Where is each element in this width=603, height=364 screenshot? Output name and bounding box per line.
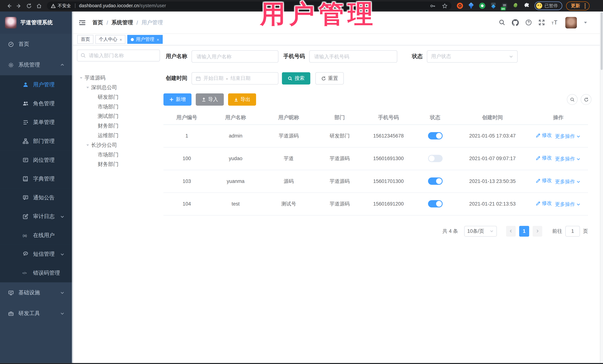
create-time-range-picker[interactable]: 开始日期 - 结束日期 — [191, 72, 278, 85]
tree-node[interactable]: 深圳总公司 — [77, 83, 160, 92]
sidebar-item-user[interactable]: 用户管理 — [0, 75, 73, 94]
help-question-icon[interactable] — [525, 19, 532, 26]
status-select[interactable]: 用户状态 — [427, 50, 518, 63]
sidebar-item-online-user[interactable]: (a)在线用户 — [0, 226, 73, 245]
table-tools — [567, 94, 591, 105]
sidebar-item-notice[interactable]: 通知公告 — [0, 188, 73, 207]
sidebar-item-label: 基础设施 — [18, 289, 40, 296]
blue-gem-extension-icon[interactable] — [468, 3, 474, 9]
status-toggle[interactable] — [428, 200, 442, 207]
status-toggle[interactable] — [428, 132, 442, 139]
address-bar[interactable]: 不安全 dashboard.yudao.iocoder.cn/system/us… — [47, 1, 452, 10]
sidebar-collapse-icon[interactable] — [79, 19, 86, 26]
fullscreen-icon[interactable] — [538, 19, 545, 26]
tree-node[interactable]: 测试部门 — [77, 111, 160, 121]
sidebar-item-menu[interactable]: 菜单管理 — [0, 113, 73, 132]
tree-node[interactable]: 财务部门 — [77, 159, 160, 169]
import-button[interactable]: 导入 — [196, 93, 224, 106]
more-actions-link[interactable]: 更多操作 — [555, 133, 581, 140]
more-actions-link[interactable]: 更多操作 — [555, 155, 581, 162]
caret-down-icon[interactable] — [79, 76, 84, 80]
goto-page-input[interactable] — [565, 226, 580, 236]
browser-profile-chip[interactable]: 已暂停 — [534, 1, 562, 10]
browser-update-button[interactable]: 更新 — [566, 1, 589, 10]
edit-link[interactable]: 修改 — [536, 200, 552, 207]
caret-down-icon[interactable] — [85, 86, 90, 89]
browser-reload-icon[interactable] — [24, 1, 34, 11]
tree-node[interactable]: 芋道源码 — [77, 73, 160, 83]
browser-home-icon[interactable] — [34, 1, 44, 11]
close-icon[interactable]: × — [157, 37, 159, 42]
sidebar-item-system[interactable]: 系统管理 — [0, 55, 73, 75]
tree-node[interactable]: 长沙分公司 — [77, 140, 160, 150]
saved-password-key-icon[interactable] — [430, 3, 436, 9]
breadcrumb-item[interactable]: 首页 — [92, 19, 103, 26]
sidebar-item-infra[interactable]: 基础设施 — [0, 282, 73, 303]
close-icon[interactable]: × — [120, 37, 122, 42]
tag-个人中心[interactable]: 个人中心× — [95, 35, 126, 44]
tag-用户管理[interactable]: 用户管理× — [128, 35, 163, 44]
sidebar-item-dict[interactable]: 字典管理 — [0, 169, 73, 188]
edit-link[interactable]: 修改 — [536, 132, 552, 139]
tree-node[interactable]: 运维部门 — [77, 131, 160, 140]
prev-page-button[interactable] — [506, 226, 516, 236]
sidebar-item-post[interactable]: 岗位管理 — [0, 151, 73, 169]
sidebar-item-role[interactable]: 角色管理 — [0, 94, 73, 113]
cell-created: 2021-01-21 02:13:53 — [456, 192, 529, 215]
tree-node[interactable]: 市场部门 — [77, 102, 160, 111]
status-toggle[interactable] — [428, 177, 442, 185]
search-button[interactable]: 搜索 — [282, 72, 310, 85]
username-field[interactable] — [191, 50, 278, 63]
page-size-select[interactable]: 10条/页 — [464, 226, 497, 236]
edit-link[interactable]: 修改 — [536, 177, 552, 184]
mobile-input[interactable] — [313, 53, 393, 60]
user-avatar[interactable] — [565, 17, 577, 28]
tag-首页[interactable]: 首页 — [77, 35, 93, 44]
more-actions-link[interactable]: 更多操作 — [555, 201, 581, 208]
tree-node[interactable]: 市场部门 — [77, 150, 160, 159]
export-button[interactable]: 导出 — [228, 93, 256, 106]
list-on-extension-icon[interactable]: on — [501, 3, 508, 9]
reset-button[interactable]: 重置 — [315, 72, 344, 85]
tree-node[interactable]: 财务部门 — [77, 121, 160, 131]
sidebar-item-error-code[interactable]: </>错误码管理 — [0, 264, 73, 282]
green-y-extension-icon[interactable] — [479, 3, 485, 9]
header-search-icon[interactable] — [499, 19, 505, 26]
sidebar-item-dept[interactable]: 部门管理 — [0, 132, 73, 151]
browser-back-icon[interactable] — [4, 1, 14, 11]
blue-diamond-extension-icon[interactable] — [490, 3, 497, 9]
sidebar-item-sms[interactable]: 短信管理 — [0, 245, 73, 264]
url-host: dashboard.yudao.iocoder.cn — [79, 3, 139, 9]
sidebar-item-label: 在线用户 — [33, 232, 55, 239]
sidebar-item-audit-log[interactable]: 审计日志 — [0, 207, 73, 226]
sidebar-item-label: 短信管理 — [33, 251, 55, 257]
green-mantis-extension-icon[interactable] — [513, 3, 519, 9]
page-1-button[interactable]: 1 — [519, 226, 529, 236]
font-size-icon[interactable]: TT — [551, 19, 559, 26]
mobile-field[interactable] — [309, 50, 397, 63]
status-toggle[interactable] — [428, 155, 442, 162]
sidebar-item-home[interactable]: 首页 — [0, 34, 73, 55]
extensions-puzzle-icon[interactable] — [524, 3, 530, 9]
browser-forward-icon[interactable] — [14, 1, 24, 11]
next-page-button[interactable] — [533, 226, 542, 236]
scrollbar-thumb[interactable] — [601, 12, 603, 70]
browser-menu-kebab-icon[interactable] — [583, 3, 587, 8]
bookmark-star-icon[interactable] — [442, 3, 448, 9]
more-actions-link[interactable]: 更多操作 — [555, 178, 581, 185]
caret-down-icon[interactable] — [85, 143, 90, 147]
page-scrollbar[interactable] — [600, 11, 603, 363]
toggle-search-button[interactable] — [567, 94, 578, 105]
add-button[interactable]: 新增 — [163, 93, 191, 106]
tree-node[interactable]: 研发部门 — [77, 92, 160, 102]
sidebar-item-dev-tools[interactable]: 研发工具 — [0, 303, 73, 324]
username-input[interactable] — [196, 53, 274, 60]
github-icon[interactable] — [512, 19, 519, 26]
edit-link[interactable]: 修改 — [536, 154, 552, 161]
refresh-table-button[interactable] — [581, 94, 591, 105]
avatar-caret-down-icon[interactable] — [583, 20, 588, 25]
ubuntu-extension-icon[interactable] — [457, 3, 463, 9]
dept-search-input[interactable] — [77, 49, 160, 61]
logo-row[interactable]: 芋道管理系统 — [0, 11, 73, 34]
breadcrumb-item[interactable]: 系统管理 — [112, 19, 133, 26]
